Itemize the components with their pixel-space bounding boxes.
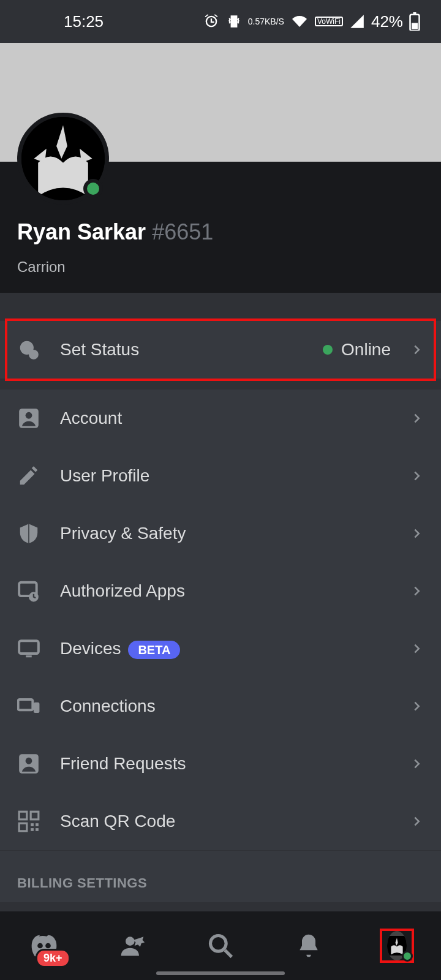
svg-point-7 [26,412,32,419]
svg-point-24 [211,936,227,952]
status-indicator [83,179,103,198]
wifi-icon [290,14,309,29]
row-label: Set Status [60,340,303,360]
highlight-set-status: Set Status Online [0,321,441,379]
row-friend-requests[interactable]: Friend Requests [0,735,441,793]
apps-icon [17,579,40,603]
status-time: 15:25 [21,12,104,31]
svg-rect-2 [412,23,418,29]
svg-rect-17 [31,812,39,820]
row-user-profile[interactable]: User Profile [0,447,441,505]
chevron-right-icon [410,584,424,598]
chevron-right-icon [410,412,424,425]
account-icon [17,752,40,775]
svg-rect-16 [19,812,27,820]
row-scan-qr[interactable]: Scan QR Code [0,793,441,850]
qr-icon [17,810,40,833]
devices-icon [17,695,40,718]
svg-point-23 [126,937,135,946]
svg-rect-11 [26,655,32,657]
chevron-right-icon [410,757,424,771]
chevron-right-icon [410,343,424,356]
battery-icon [409,12,420,31]
chevron-right-icon [410,699,424,713]
nav-search[interactable] [203,929,238,963]
account-icon [17,407,40,430]
svg-rect-18 [19,823,27,831]
vowifi-icon: VoWiFi [315,17,343,26]
status-bar: 15:25 0.57KB/S VoWiFi 42% [0,0,441,43]
status-indicator [402,951,413,962]
svg-point-5 [29,350,39,360]
beta-badge: BETA [128,641,180,659]
row-devices[interactable]: Devices BETA [0,620,441,677]
chevron-right-icon [410,469,424,483]
bottom-nav: 9k+ [0,911,441,980]
svg-rect-21 [31,828,34,831]
row-account[interactable]: Account [0,390,441,447]
section-header-billing: BILLING SETTINGS [0,851,441,902]
row-privacy-safety[interactable]: Privacy & Safety [0,505,441,562]
settings-list: Account User Profile Privacy & Safety Au… [0,390,441,902]
svg-rect-10 [19,641,39,654]
notification-badge: 9k+ [36,949,70,968]
nav-friends[interactable] [115,929,149,963]
svg-rect-12 [18,699,33,710]
svg-rect-20 [36,823,39,826]
display-name: Ryan Sarkar [17,219,146,244]
data-speed: 0.57KB/S [248,17,284,26]
chevron-right-icon [410,815,424,828]
alarm-icon [203,13,220,30]
home-indicator [156,971,285,975]
svg-rect-1 [413,12,417,15]
svg-rect-13 [34,703,40,713]
discriminator: #6651 [152,219,213,244]
svg-rect-22 [36,828,39,831]
svg-rect-19 [31,823,34,826]
status-icon [17,338,40,361]
avatar[interactable] [17,113,109,205]
vibrate-icon [226,13,242,29]
activity-text: Carrion [17,258,424,276]
pencil-icon [17,464,40,488]
nav-discord[interactable]: 9k+ [27,929,61,963]
shield-icon [17,522,40,545]
row-set-status[interactable]: Set Status Online [0,321,441,379]
chevron-right-icon [410,642,424,655]
monitor-icon [17,637,40,660]
online-dot-icon [323,345,333,355]
nav-profile[interactable] [380,929,414,963]
signal-icon [349,13,365,29]
row-authorized-apps[interactable]: Authorized Apps [0,562,441,620]
battery-text: 42% [371,12,403,31]
chevron-right-icon [410,527,424,540]
row-connections[interactable]: Connections [0,677,441,735]
row-value: Online [323,340,391,360]
nav-notifications[interactable] [292,929,326,963]
profile-header: Ryan Sarkar #6651 Carrion [0,162,441,293]
svg-point-15 [26,758,32,764]
